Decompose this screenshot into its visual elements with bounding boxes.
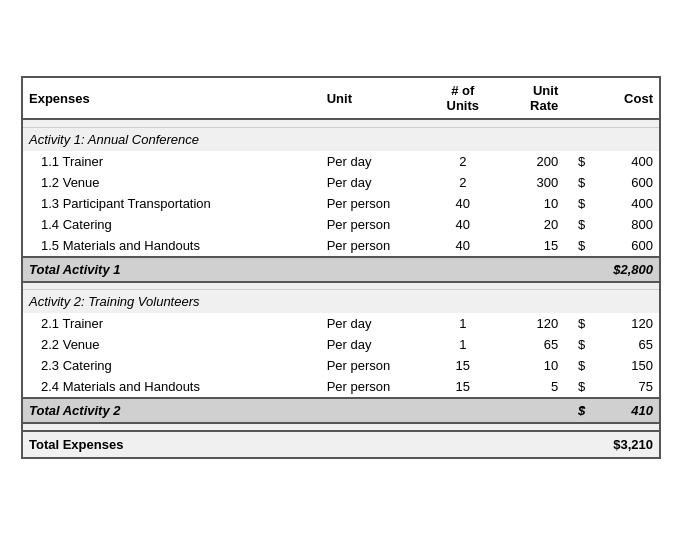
header-dollar-spacer [564,78,591,119]
rate-cell: 65 [497,334,565,355]
table-row: 1.3 Participant TransportationPer person… [23,193,659,214]
dollar-cell: $ [564,193,591,214]
dollar-cell: $ [564,376,591,398]
header-expense: Expenses [23,78,321,119]
rate-cell: 200 [497,151,565,172]
activity2-total-label: Total Activity 2 [23,398,564,423]
table-row: 1.2 VenuePer day2300$600 [23,172,659,193]
dollar-cell: $ [564,355,591,376]
dollar-cell: $ [564,334,591,355]
cost-cell: 150 [591,355,659,376]
activity1-total-label: Total Activity 1 [23,257,591,282]
dollar-cell: $ [564,313,591,334]
expense-name: 2.3 Catering [23,355,321,376]
activity1-total-cost: $2,800 [591,257,659,282]
unit-cell: Per person [321,376,429,398]
dollar-cell: $ [564,235,591,257]
cost-cell: 65 [591,334,659,355]
unit-cell: Per person [321,214,429,235]
header-units: # of Units [429,78,497,119]
units-cell: 1 [429,334,497,355]
grand-total-label: Total Expenses [23,431,591,457]
units-cell: 15 [429,355,497,376]
expense-name: 1.5 Materials and Handouts [23,235,321,257]
spacer-row [23,423,659,431]
spacer-row [23,119,659,127]
table-row: 2.2 VenuePer day165$65 [23,334,659,355]
units-cell: 40 [429,214,497,235]
table-row: 2.4 Materials and HandoutsPer person155$… [23,376,659,398]
table-row: 1.1 TrainerPer day2200$400 [23,151,659,172]
rate-cell: 10 [497,193,565,214]
cost-cell: 400 [591,193,659,214]
units-cell: 2 [429,151,497,172]
cost-cell: 800 [591,214,659,235]
dollar-cell: $ [564,214,591,235]
unit-cell: Per day [321,172,429,193]
unit-cell: Per day [321,151,429,172]
cost-cell: 120 [591,313,659,334]
rate-cell: 15 [497,235,565,257]
units-cell: 2 [429,172,497,193]
grand-total-cost: $3,210 [591,431,659,457]
table-row: 2.3 CateringPer person1510$150 [23,355,659,376]
spacer-row [23,282,659,290]
expense-name: 1.1 Trainer [23,151,321,172]
grand-total-row: Total Expenses$3,210 [23,431,659,457]
expense-name: 1.2 Venue [23,172,321,193]
header-row: Expenses Unit # of Units Unit Rate Cost [23,78,659,119]
activity1-title: Activity 1: Annual Conference [23,127,659,151]
units-cell: 40 [429,193,497,214]
expense-name: 1.3 Participant Transportation [23,193,321,214]
unit-cell: Per person [321,235,429,257]
dollar-cell: $ [564,151,591,172]
rate-cell: 120 [497,313,565,334]
table-row: 1.4 CateringPer person4020$800 [23,214,659,235]
header-rate: Unit Rate [497,78,565,119]
units-cell: 40 [429,235,497,257]
expense-name: 1.4 Catering [23,214,321,235]
activity2-header-row: Activity 2: Training Volunteers [23,290,659,314]
cost-cell: 75 [591,376,659,398]
unit-cell: Per person [321,355,429,376]
expense-name: 2.4 Materials and Handouts [23,376,321,398]
budget-table-wrapper: Expenses Unit # of Units Unit Rate Cost … [21,76,661,459]
table-row: 1.5 Materials and HandoutsPer person4015… [23,235,659,257]
table-row: 2.1 TrainerPer day1120$120 [23,313,659,334]
expense-name: 2.1 Trainer [23,313,321,334]
cost-cell: 600 [591,235,659,257]
activity2-title: Activity 2: Training Volunteers [23,290,659,314]
header-unit: Unit [321,78,429,119]
header-cost: Cost [591,78,659,119]
unit-cell: Per day [321,334,429,355]
rate-cell: 300 [497,172,565,193]
rate-cell: 20 [497,214,565,235]
budget-table: Expenses Unit # of Units Unit Rate Cost … [23,78,659,457]
cost-cell: 600 [591,172,659,193]
activity2-total-dollar: $ [564,398,591,423]
units-cell: 1 [429,313,497,334]
cost-cell: 400 [591,151,659,172]
activity2-total-row: Total Activity 2$410 [23,398,659,423]
unit-cell: Per person [321,193,429,214]
rate-cell: 5 [497,376,565,398]
unit-cell: Per day [321,313,429,334]
activity1-header-row: Activity 1: Annual Conference [23,127,659,151]
activity1-total-row: Total Activity 1$2,800 [23,257,659,282]
units-cell: 15 [429,376,497,398]
expense-name: 2.2 Venue [23,334,321,355]
rate-cell: 10 [497,355,565,376]
activity2-total-cost: 410 [591,398,659,423]
dollar-cell: $ [564,172,591,193]
